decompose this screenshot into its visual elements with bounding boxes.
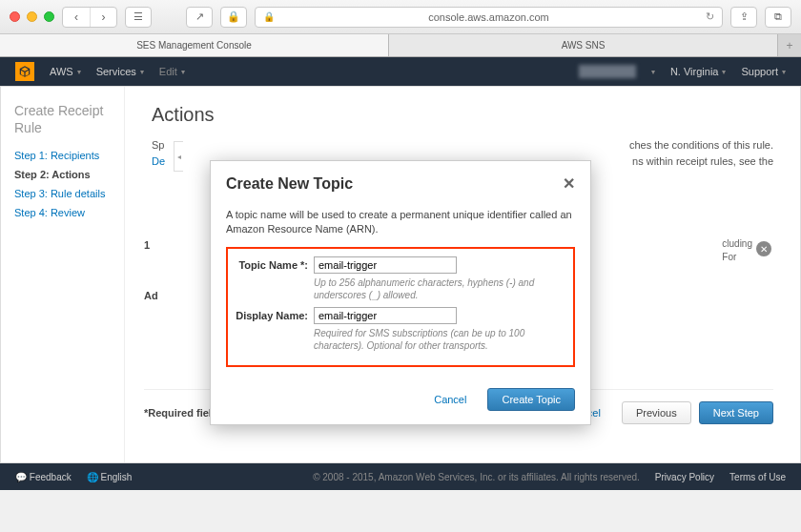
- cube-icon: [18, 65, 31, 78]
- aws-logo-icon[interactable]: [15, 62, 34, 81]
- language-selector[interactable]: 🌐 English: [87, 472, 133, 482]
- wizard-next-button[interactable]: Next Step: [699, 401, 773, 424]
- aws-global-nav: AWS ▾ Services ▾ Edit ▾ ▾ N. Virginia ▾ …: [0, 57, 801, 86]
- aws-footer: 💬 Feedback 🌐 English © 2008 - 2015, Amaz…: [0, 463, 801, 490]
- lock-icon: 🔒: [263, 11, 275, 22]
- x-icon: ✕: [760, 244, 768, 255]
- sidebar-toggle-button[interactable]: ☰: [125, 7, 152, 28]
- browser-toolbar: ‹ › ☰ ↗ 🔒 🔒 console.aws.amazon.com ↻ ⇪ ⧉: [0, 0, 801, 34]
- maximize-window-button[interactable]: [44, 11, 54, 22]
- page-heading: Actions: [152, 104, 773, 126]
- topic-name-hint: Up to 256 alphanumeric characters, hyphe…: [314, 276, 567, 301]
- reload-icon[interactable]: ↻: [706, 10, 714, 23]
- topic-name-input[interactable]: [314, 256, 457, 274]
- tabs-button[interactable]: ⧉: [765, 7, 791, 28]
- close-window-button[interactable]: [10, 11, 20, 22]
- new-tab-button[interactable]: +: [778, 34, 801, 56]
- nav-buttons: ‹ ›: [62, 7, 117, 28]
- password-button[interactable]: 🔒: [220, 7, 247, 28]
- form-highlight: Topic Name *: Up to 256 alphanumeric cha…: [226, 247, 575, 367]
- caret-down-icon: ▾: [77, 68, 81, 76]
- delete-action-button[interactable]: ✕: [756, 241, 771, 256]
- extension-button[interactable]: ↗: [186, 7, 213, 28]
- address-bar[interactable]: 🔒 console.aws.amazon.com ↻: [255, 7, 723, 28]
- wizard-title: Create Receipt Rule: [14, 102, 124, 136]
- feedback-link[interactable]: 💬 Feedback: [15, 472, 72, 482]
- back-button[interactable]: ‹: [63, 8, 90, 27]
- modal-body: A topic name will be used to create a pe…: [211, 202, 590, 379]
- share-button[interactable]: ⇪: [730, 7, 757, 28]
- caret-down-icon: ▾: [782, 68, 786, 76]
- edit-menu[interactable]: Edit ▾: [159, 66, 185, 77]
- minimize-window-button[interactable]: [27, 11, 37, 22]
- add-action-label: Ad: [144, 290, 158, 301]
- caret-down-icon: ▾: [181, 68, 185, 76]
- display-name-row: Display Name:: [234, 307, 567, 324]
- modal-close-button[interactable]: ✕: [563, 174, 575, 193]
- modal-footer: Cancel Create Topic: [211, 379, 590, 424]
- privacy-link[interactable]: Privacy Policy: [655, 472, 714, 482]
- window-controls: [10, 11, 54, 22]
- caret-down-icon: ▾: [722, 68, 726, 76]
- wizard-sidebar: Create Receipt Rule Step 1: Recipients S…: [1, 87, 125, 462]
- region-selector[interactable]: N. Virginia ▾: [670, 66, 727, 77]
- browser-tab-bar: SES Management Console AWS SNS +: [0, 34, 801, 57]
- modal-title: Create New Topic: [226, 175, 563, 193]
- modal-header: Create New Topic ✕: [211, 161, 590, 202]
- url-text: console.aws.amazon.com: [428, 11, 549, 23]
- caret-down-icon: ▾: [140, 68, 144, 76]
- account-name[interactable]: [579, 65, 636, 78]
- create-topic-modal: Create New Topic ✕ A topic name will be …: [210, 160, 591, 425]
- topic-name-label: Topic Name *:: [234, 256, 308, 271]
- display-name-input[interactable]: [314, 307, 457, 324]
- step-rule-details[interactable]: Step 3: Rule details: [14, 184, 124, 203]
- modal-create-button[interactable]: Create Topic: [487, 388, 575, 411]
- forward-button[interactable]: ›: [90, 8, 116, 27]
- browser-tab[interactable]: AWS SNS: [389, 34, 778, 56]
- topic-name-row: Topic Name *:: [234, 256, 567, 274]
- action-index: 1: [144, 239, 150, 251]
- terms-link[interactable]: Terms of Use: [729, 472, 786, 482]
- display-name-label: Display Name:: [234, 307, 308, 321]
- step-actions[interactable]: Step 2: Actions: [14, 165, 124, 184]
- services-menu[interactable]: Services ▾: [96, 66, 144, 77]
- action-hint: cluding For: [722, 237, 752, 264]
- copyright-text: © 2008 - 2015, Amazon Web Services, Inc.…: [313, 472, 640, 482]
- modal-description: A topic name will be used to create a pe…: [226, 208, 575, 237]
- aws-home-link[interactable]: AWS ▾: [50, 66, 81, 77]
- browser-tab[interactable]: SES Management Console: [0, 34, 389, 56]
- step-review[interactable]: Step 4: Review: [14, 203, 124, 222]
- support-menu[interactable]: Support ▾: [741, 66, 786, 77]
- display-name-hint: Required for SMS subscriptions (can be u…: [314, 327, 567, 352]
- step-recipients[interactable]: Step 1: Recipients: [14, 146, 124, 165]
- caret-down-icon: ▾: [651, 68, 655, 76]
- modal-cancel-button[interactable]: Cancel: [421, 388, 480, 411]
- wizard-previous-button[interactable]: Previous: [622, 401, 691, 424]
